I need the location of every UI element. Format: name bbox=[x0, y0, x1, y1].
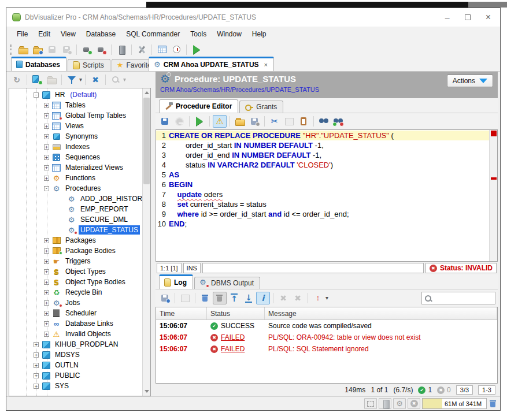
scroll-down-icon[interactable] bbox=[145, 390, 149, 393]
connections-button[interactable] bbox=[379, 398, 391, 409]
tree-item-sys[interactable]: +SYS bbox=[9, 381, 150, 391]
save-procedure-button[interactable] bbox=[158, 115, 172, 128]
code-line[interactable]: 3 order_id_end IN NUMBER DEFAULT -1, bbox=[156, 150, 489, 160]
chevron-down-icon[interactable]: ▾ bbox=[79, 77, 82, 83]
menu-file[interactable]: File bbox=[12, 28, 32, 40]
tool-properties-button[interactable] bbox=[135, 43, 149, 56]
collapse-all-button[interactable]: ✖ bbox=[88, 73, 102, 86]
expander-icon[interactable]: + bbox=[44, 103, 49, 108]
create-folder-button[interactable] bbox=[45, 73, 58, 86]
log-search-box[interactable] bbox=[421, 292, 495, 304]
expander-icon[interactable]: + bbox=[34, 352, 39, 358]
tree-item-tables[interactable]: +Tables bbox=[9, 100, 150, 110]
save-as-button[interactable] bbox=[60, 43, 73, 56]
tree-item-object-types[interactable]: +SObject Types bbox=[9, 266, 150, 277]
column-status[interactable]: Status bbox=[207, 307, 265, 319]
garbage-collect-icon[interactable] bbox=[489, 399, 497, 408]
expander-icon[interactable]: + bbox=[44, 176, 49, 181]
copy-log-button[interactable] bbox=[178, 292, 192, 304]
settings-button[interactable]: ⚙ bbox=[393, 398, 406, 409]
search-input[interactable] bbox=[434, 294, 492, 302]
tree-item-materialized-views[interactable]: +Materialized Views bbox=[9, 162, 150, 173]
code-line[interactable]: 10END; bbox=[156, 219, 489, 229]
paste-button[interactable] bbox=[297, 115, 310, 128]
expander-icon[interactable]: + bbox=[44, 134, 49, 139]
tab-dbms-output[interactable]: ⚙DBMS Output bbox=[194, 277, 260, 289]
tree-item-jobs[interactable]: +⚙Jobs bbox=[9, 298, 150, 308]
code-line[interactable]: 6BEGIN bbox=[156, 180, 489, 189]
actions-button[interactable]: Actions bbox=[447, 75, 493, 87]
error-overview-marker[interactable] bbox=[491, 131, 497, 136]
tree-item-indexes[interactable]: +Indexes bbox=[9, 142, 150, 152]
expander-icon[interactable] bbox=[59, 196, 64, 202]
expander-icon[interactable]: + bbox=[44, 290, 49, 295]
refresh-button[interactable]: ↻ bbox=[10, 73, 24, 86]
menu-view[interactable]: View bbox=[56, 28, 80, 40]
collapse-rows-button[interactable]: ✖ bbox=[291, 292, 305, 304]
log-table-header[interactable]: Time Status Message bbox=[156, 307, 497, 320]
expander-icon[interactable]: - bbox=[44, 186, 49, 191]
chevron-down-icon[interactable]: ▾ bbox=[123, 77, 126, 83]
open-file-button[interactable] bbox=[16, 43, 30, 56]
menu-help[interactable]: Help bbox=[247, 28, 271, 40]
compile-button[interactable] bbox=[193, 115, 206, 128]
column-message[interactable]: Message bbox=[265, 307, 497, 319]
tree-item-object-type-bodies[interactable]: +SObject Type Bodies bbox=[9, 277, 150, 287]
chevron-down-icon[interactable]: ▾ bbox=[325, 295, 328, 301]
error-line-marker[interactable] bbox=[491, 177, 497, 180]
scroll-to-top-button[interactable]: ↑ bbox=[227, 292, 241, 304]
tree-item-kihub-prodplan[interactable]: +KIHUB_PRODPLAN bbox=[9, 339, 150, 350]
tree-item-scheduler[interactable]: +Scheduler bbox=[9, 308, 150, 318]
expander-icon[interactable]: + bbox=[44, 144, 49, 150]
connect-button[interactable] bbox=[80, 43, 94, 56]
tree-scrollbar[interactable] bbox=[142, 88, 150, 396]
expander-icon[interactable]: + bbox=[34, 373, 39, 378]
tree-item-mdsys[interactable]: +MDSYS bbox=[9, 350, 150, 360]
cut-button[interactable]: ✂ bbox=[268, 115, 282, 128]
tab-close-icon[interactable]: × bbox=[264, 61, 268, 68]
scheduler-button[interactable] bbox=[169, 43, 183, 56]
tree-item-packages[interactable]: +Packages bbox=[9, 235, 150, 246]
row-divider-options-button[interactable]: ⁞ bbox=[311, 292, 325, 304]
expander-icon[interactable]: + bbox=[44, 311, 49, 316]
scroll-up-icon[interactable] bbox=[145, 91, 149, 94]
code-line[interactable]: 5AS bbox=[156, 170, 489, 180]
code-line[interactable]: 7 update oders bbox=[156, 189, 489, 199]
save-as-button[interactable] bbox=[247, 115, 261, 128]
code-line[interactable]: 4 status IN VARCHAR2 DEFAULT 'CLOSED') bbox=[156, 160, 489, 170]
disconnect-button[interactable] bbox=[94, 43, 108, 56]
expander-icon[interactable] bbox=[59, 207, 64, 212]
code-line[interactable]: 1CREATE OR REPLACE PROCEDURE "HR"."UPDAT… bbox=[156, 131, 489, 140]
code-line[interactable]: 9 where id >= order_id_start and id <= o… bbox=[156, 209, 489, 219]
code-line[interactable]: 8 set current_status = status bbox=[156, 199, 489, 209]
expander-icon[interactable]: + bbox=[44, 155, 49, 160]
locate-object-button[interactable] bbox=[109, 73, 123, 86]
find-replace-button[interactable] bbox=[331, 115, 345, 128]
expander-icon[interactable]: + bbox=[44, 113, 49, 118]
code-editor[interactable]: 1CREATE OR REPLACE PROCEDURE "HR"."UPDAT… bbox=[156, 129, 498, 262]
close-button[interactable]: × bbox=[486, 12, 491, 23]
show-info-toggle[interactable]: i bbox=[256, 292, 270, 304]
errors-button[interactable]: ✖ bbox=[408, 398, 420, 409]
clear-log-button[interactable] bbox=[198, 292, 212, 304]
expander-icon[interactable]: + bbox=[34, 363, 39, 368]
expander-icon[interactable]: + bbox=[44, 321, 49, 326]
create-connection-button[interactable] bbox=[30, 73, 44, 86]
expander-icon[interactable]: + bbox=[34, 384, 39, 389]
expander-icon[interactable]: + bbox=[44, 248, 49, 254]
tree-item-triggers[interactable]: +☛Triggers bbox=[9, 256, 150, 266]
log-row-failed[interactable]: 15:06:07 ✖FAILED PL/SQL: ORA-00942: tabl… bbox=[156, 332, 497, 343]
expander-icon[interactable]: + bbox=[44, 280, 49, 285]
expand-rows-button[interactable]: ✖ bbox=[276, 292, 290, 304]
scrollbar-thumb[interactable] bbox=[143, 98, 150, 184]
toolbar-grip[interactable] bbox=[10, 44, 13, 55]
maximize-button[interactable] bbox=[465, 14, 471, 20]
save-button[interactable] bbox=[45, 43, 59, 56]
show-errors-toggle[interactable]: ⚠ bbox=[213, 115, 227, 128]
tree-item-hr[interactable]: -HR(Default) bbox=[9, 90, 150, 100]
column-time[interactable]: Time bbox=[156, 307, 207, 319]
tree-item-invalid-objects[interactable]: +⚠Invalid Objects bbox=[9, 329, 150, 339]
tab-databases[interactable]: Databases bbox=[11, 57, 66, 71]
code-area[interactable]: 1CREATE OR REPLACE PROCEDURE "HR"."UPDAT… bbox=[156, 130, 489, 261]
expander-icon[interactable]: + bbox=[44, 124, 49, 129]
